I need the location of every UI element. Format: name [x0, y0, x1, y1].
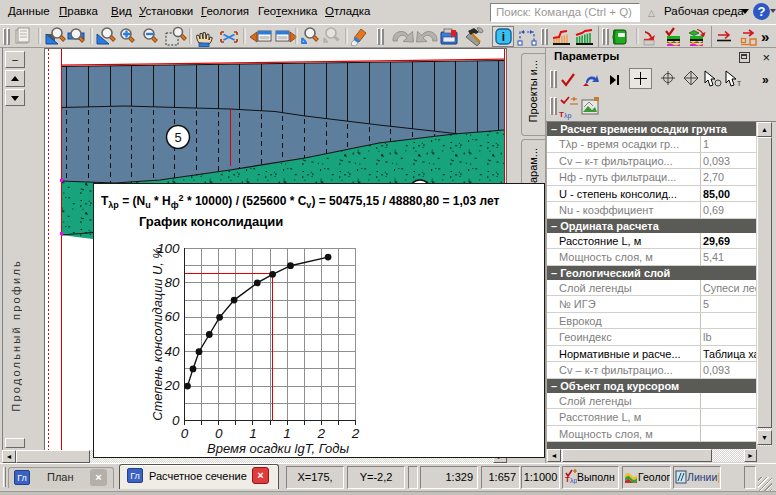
svg-text:40: 40 — [164, 344, 180, 359]
svg-text:2: 2 — [317, 426, 326, 441]
svg-text:0: 0 — [181, 426, 189, 441]
svg-text:60: 60 — [164, 309, 180, 324]
svg-text:т: т — [737, 78, 741, 88]
svg-text:2: 2 — [351, 426, 360, 441]
svg-text:Время осадки lgT, Годы: Время осадки lgT, Годы — [207, 441, 349, 456]
svg-text:i: i — [502, 30, 505, 44]
svg-text:0: 0 — [172, 413, 180, 428]
svg-text:20: 20 — [163, 378, 180, 393]
svg-text:5: 5 — [174, 130, 181, 145]
svg-text:80: 80 — [164, 275, 180, 290]
svg-text:λp: λp — [564, 112, 572, 120]
svg-text:»: » — [762, 73, 769, 87]
svg-text:0: 0 — [215, 426, 223, 441]
svg-text:1: 1 — [249, 426, 257, 441]
svg-text:1: 1 — [283, 426, 291, 441]
svg-text:Степень консолидации U, %: Степень консолидации U, % — [150, 247, 165, 420]
svg-text:λp: λp — [570, 477, 577, 484]
svg-text:»: » — [761, 28, 769, 45]
